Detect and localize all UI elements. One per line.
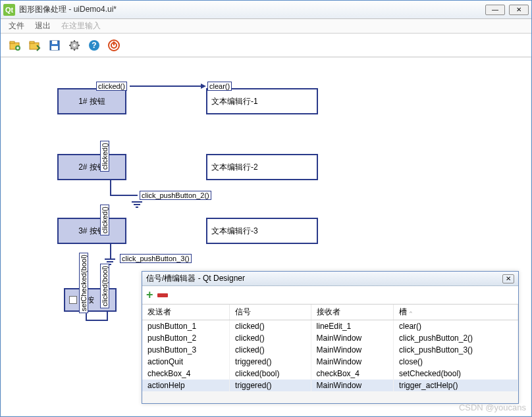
signal-label-clicked-1: clicked() xyxy=(96,82,127,91)
editor-title-text: 信号/槽编辑器 - Qt Designer xyxy=(146,273,502,284)
watermark: CSDN @youcans xyxy=(459,403,526,412)
minimize-button[interactable]: — xyxy=(485,5,505,15)
editor-toolbar: + xyxy=(142,286,518,305)
menu-file[interactable]: 文件 xyxy=(3,19,30,33)
svg-text:?: ? xyxy=(92,41,96,50)
wire xyxy=(107,312,108,321)
wire xyxy=(86,320,108,321)
sort-indicator-icon: ^ xyxy=(410,310,412,316)
wire xyxy=(110,244,111,258)
editor-close-button[interactable]: ✕ xyxy=(502,274,514,283)
table-row[interactable]: actionQuittriggered()MainWindowclose() xyxy=(142,356,518,368)
cell-signal: triggered() xyxy=(230,356,311,368)
lineedit-2[interactable]: 文本编辑行-2 xyxy=(206,154,318,180)
arrow-icon xyxy=(201,84,206,89)
cell-signal: clicked() xyxy=(230,344,311,356)
svg-rect-4 xyxy=(30,41,34,43)
titlebar[interactable]: Qt 图形图像处理 - uiDemo4.ui* — ✕ xyxy=(1,1,531,19)
table-row[interactable]: pushButton_3clicked()MainWindowclick_pus… xyxy=(142,344,518,356)
folder-plus-icon[interactable] xyxy=(6,36,24,55)
cell-signal: clicked() xyxy=(230,320,311,333)
cell-receiver: MainWindow xyxy=(311,332,393,344)
header-signal[interactable]: 信号 xyxy=(230,305,311,320)
cell-signal: clicked(bool) xyxy=(230,368,311,380)
cell-sender: actionQuit xyxy=(142,356,230,368)
table-row[interactable]: checkBox_4clicked(bool)checkBox_4setChec… xyxy=(142,368,518,380)
svg-rect-7 xyxy=(51,46,58,50)
lineedit-1[interactable]: 文本编辑行-1 xyxy=(206,88,318,114)
menu-quit[interactable]: 退出 xyxy=(30,19,56,33)
slot-label-setchecked: setChecked(bool) xyxy=(79,253,88,313)
editor-titlebar[interactable]: 信号/槽编辑器 - Qt Designer ✕ xyxy=(142,272,518,286)
cell-receiver: checkBox_4 xyxy=(311,368,393,380)
cell-receiver: MainWindow xyxy=(311,380,393,391)
cell-sender: pushButton_3 xyxy=(142,344,230,356)
wire xyxy=(110,180,111,195)
close-button[interactable]: ✕ xyxy=(509,5,529,15)
remove-connection-icon[interactable] xyxy=(157,293,168,297)
toolbar: ? xyxy=(1,34,531,57)
window-title: 图形图像处理 - uiDemo4.ui* xyxy=(19,4,485,15)
pushbutton-3[interactable]: 3# 按钮 xyxy=(57,218,126,244)
cell-signal: triggered() xyxy=(230,380,311,391)
ground-icon xyxy=(132,201,142,208)
cell-slot: click_pushButton_3() xyxy=(394,344,518,356)
signal-label-clicked-bool: clicked(bool) xyxy=(100,264,109,308)
qt-logo-icon: Qt xyxy=(3,4,15,16)
header-receiver[interactable]: 接收者 xyxy=(311,305,393,320)
table-row[interactable]: pushButton_1clicked()lineEdit_1clear() xyxy=(142,320,518,333)
cell-sender: checkBox_4 xyxy=(142,368,230,380)
cell-slot: close() xyxy=(394,356,518,368)
table-row[interactable]: actionHelptriggered()MainWindowtrigger_a… xyxy=(142,380,518,391)
gear-icon[interactable] xyxy=(65,36,84,55)
power-icon[interactable] xyxy=(105,36,123,55)
save-icon[interactable] xyxy=(45,36,64,55)
signal-slot-editor[interactable]: 信号/槽编辑器 - Qt Designer ✕ + 发送者 信号 接收者 槽^ … xyxy=(142,271,519,404)
main-window: Qt 图形图像处理 - uiDemo4.ui* — ✕ 文件 退出 在这里输入 … xyxy=(0,0,532,417)
cell-slot: click_pushButton_2() xyxy=(394,332,518,344)
menu-type-here[interactable]: 在这里输入 xyxy=(56,19,106,33)
lineedit-3[interactable]: 文本编辑行-3 xyxy=(206,218,318,244)
cell-slot: setChecked(bool) xyxy=(394,368,518,380)
help-icon[interactable]: ? xyxy=(85,36,103,55)
wire xyxy=(110,195,138,196)
table-row[interactable]: pushButton_2clicked()MainWindowclick_pus… xyxy=(142,332,518,344)
wire xyxy=(130,86,202,87)
design-canvas[interactable]: 1# 按钮 clicked() clear() 文本编辑行-1 2# 按钮 cl… xyxy=(1,58,531,416)
cell-sender: actionHelp xyxy=(142,380,230,391)
pushbutton-1[interactable]: 1# 按钮 xyxy=(57,88,126,114)
menubar: 文件 退出 在这里输入 xyxy=(1,19,531,34)
slot-label-clear: clear() xyxy=(207,82,232,91)
cell-receiver: MainWindow xyxy=(311,356,393,368)
svg-rect-1 xyxy=(10,41,14,43)
cell-receiver: lineEdit_1 xyxy=(311,320,393,333)
svg-point-9 xyxy=(73,44,76,47)
slot-label-click-pb3: click_pushButton_3() xyxy=(120,254,192,263)
signal-label-clicked-2: clicked() xyxy=(100,141,109,172)
cell-slot: trigger_actHelp() xyxy=(394,380,518,391)
cell-sender: pushButton_2 xyxy=(142,332,230,344)
checkbox-box-icon xyxy=(69,296,77,304)
connections-table: 发送者 信号 接收者 槽^ pushButton_1clicked()lineE… xyxy=(142,305,518,391)
add-connection-icon[interactable]: + xyxy=(146,288,153,302)
cell-receiver: MainWindow xyxy=(311,344,393,356)
svg-rect-6 xyxy=(52,41,57,44)
header-sender[interactable]: 发送者 xyxy=(142,305,230,320)
header-slot[interactable]: 槽^ xyxy=(394,305,518,320)
signal-label-clicked-3: clicked() xyxy=(100,205,109,235)
slot-label-click-pb2: click_pushButton_2() xyxy=(140,191,211,200)
cell-sender: pushButton_1 xyxy=(142,320,230,333)
cell-slot: clear() xyxy=(394,320,518,333)
cell-signal: clicked() xyxy=(230,332,311,344)
pushbutton-2[interactable]: 2# 按钮 xyxy=(57,154,126,180)
folder-arrow-icon[interactable] xyxy=(26,36,44,55)
